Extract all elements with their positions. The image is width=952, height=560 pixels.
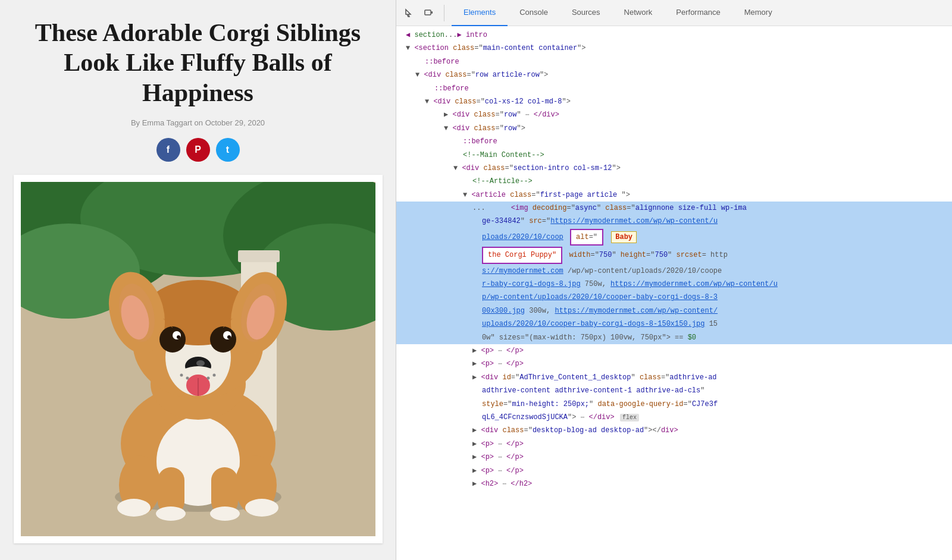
dom-line-p2[interactable]: ▶ <p> ⋯ </p> (396, 357, 952, 370)
corgi-image (21, 182, 375, 536)
svg-point-44 (186, 377, 189, 380)
dom-line-img-srcset2[interactable]: r-baby-corgi-dogs-8.jpg 750w, https://my… (396, 278, 952, 291)
svg-rect-7 (238, 250, 280, 262)
svg-point-34 (177, 335, 180, 339)
pinterest-button[interactable]: P (186, 138, 210, 162)
tab-performance[interactable]: Performance (664, 0, 732, 26)
svg-point-31 (210, 326, 236, 353)
article-meta: By Emma Taggart on October 29, 2020 (131, 118, 265, 127)
svg-rect-48 (425, 10, 431, 15)
svg-point-35 (227, 335, 231, 339)
dom-line-img-end[interactable]: 0w" sizes="(max-width: 750px) 100vw, 750… (396, 331, 952, 344)
dom-line-adthrive-2[interactable]: adthrive-content adthrive-content-1 adth… (396, 384, 952, 397)
dom-line-h2[interactable]: ▶ <h2> ⋯ </h2> (396, 477, 952, 490)
facebook-button[interactable]: f (156, 138, 180, 162)
svg-point-30 (159, 326, 186, 353)
dom-line-p4[interactable]: ▶ <p> ⋯ </p> (396, 451, 952, 464)
twitter-icon: t (226, 144, 229, 155)
svg-point-19 (210, 506, 240, 521)
devtools-toolbar: Elements Console Sources Network Perform… (396, 0, 952, 26)
social-buttons: f P t (156, 138, 240, 162)
dom-line-div-row-article[interactable]: ▼ <div class="row article-row"> (396, 68, 952, 81)
dom-line-adthrive-style[interactable]: style="min-height: 250px;" data-google-q… (396, 398, 952, 411)
devtools-icon-group (401, 5, 444, 21)
svg-point-15 (245, 499, 278, 517)
svg-rect-49 (431, 11, 433, 14)
dom-line-img-tooltip[interactable]: ploads/2020/10/coop alt=" Baby (396, 228, 952, 246)
dom-line-img-attr[interactable]: the Corgi Puppy" width="750" height="750… (396, 246, 952, 264)
facebook-icon: f (167, 144, 170, 155)
dom-line-div-row-open[interactable]: ▼ <div class="row"> (396, 122, 952, 135)
tab-sources[interactable]: Sources (560, 0, 612, 26)
dom-line-img-srcset4[interactable]: 00x300.jpg 300w, https://mymodernmet.com… (396, 304, 952, 317)
dom-line-p5[interactable]: ▶ <p> ⋯ </p> (396, 464, 952, 477)
pinterest-icon: P (195, 144, 201, 155)
dom-pseudo-before-2: ::before (396, 82, 952, 95)
inspect-element-icon[interactable] (401, 5, 418, 21)
dom-line-img-2[interactable]: ge-334842" src="https://mymodernmet.com/… (396, 215, 952, 228)
dom-line-p3[interactable]: ▶ <p> ⋯ </p> (396, 438, 952, 451)
dom-line-adthrive[interactable]: ▶ <div id="AdThrive_Content_1_desktop" c… (396, 371, 952, 384)
svg-point-43 (180, 374, 183, 377)
dom-tree-area: ◀ section...▶ intro ▼ <section class="ma… (396, 26, 952, 560)
dom-comment-main: <!--Main Content--> (396, 149, 952, 162)
svg-point-37 (196, 360, 205, 366)
dom-line-section-main[interactable]: ▼ <section class="main-content container… (396, 42, 952, 55)
svg-point-18 (156, 506, 186, 521)
dom-line-img-srcset5[interactable]: uploads/2020/10/cooper-baby-corgi-dogs-8… (396, 317, 952, 331)
dom-line-p1[interactable]: ▶ <p> ⋯ </p> (396, 344, 952, 357)
tab-network[interactable]: Network (612, 0, 665, 26)
dom-tree[interactable]: ◀ section...▶ intro ▼ <section class="ma… (396, 26, 952, 560)
device-toggle-icon[interactable] (420, 5, 437, 21)
dom-line-div-row-collapsed[interactable]: ▶ <div class="row" ⋯ </div> (396, 108, 952, 121)
dom-line-img-srcset1[interactable]: s://mymodernmet.com /wp/wp-content/uploa… (396, 265, 952, 278)
dom-line-img-srcset3[interactable]: p/wp-content/uploads/2020/10/cooper-baby… (396, 291, 952, 304)
svg-point-45 (206, 377, 209, 380)
webpage-preview: These Adorable Corgi SiblingsLook Like F… (0, 0, 396, 560)
dom-line-desktop-ad[interactable]: ▶ <div class="desktop-blog-ad desktop-ad… (396, 424, 952, 437)
devtools-panel: Elements Console Sources Network Perform… (396, 0, 952, 560)
svg-point-14 (117, 499, 151, 517)
dom-line-section-comment[interactable]: ◀ section...▶ intro (396, 29, 952, 42)
tab-memory[interactable]: Memory (732, 0, 784, 26)
twitter-button[interactable]: t (216, 138, 240, 162)
dom-comment-article: <!--Article--> (396, 175, 952, 188)
svg-point-46 (212, 374, 215, 377)
dom-line-img-1[interactable]: ... <img decoding="async" class="alignno… (396, 202, 952, 215)
dom-line-adthrive-id[interactable]: qL6_4CFcnzswodSjUCKA"> ⋯ </div> flex (396, 411, 952, 424)
devtools-tabs: Elements Console Sources Network Perform… (452, 0, 784, 26)
dom-line-div-col[interactable]: ▼ <div class="col-xs-12 col-md-8"> (396, 95, 952, 108)
tab-console[interactable]: Console (508, 0, 560, 26)
article-image-container (14, 175, 383, 543)
dom-pseudo-before-3: ::before (396, 135, 952, 148)
dom-pseudo-before-1: ::before (396, 55, 952, 68)
dom-line-article[interactable]: ▼ <article class="first-page article "> (396, 188, 952, 202)
article-title: These Adorable Corgi SiblingsLook Like F… (35, 18, 361, 108)
dom-line-div-section-intro[interactable]: ▼ <div class="section-intro col-sm-12"> (396, 162, 952, 175)
tab-elements[interactable]: Elements (452, 0, 508, 26)
